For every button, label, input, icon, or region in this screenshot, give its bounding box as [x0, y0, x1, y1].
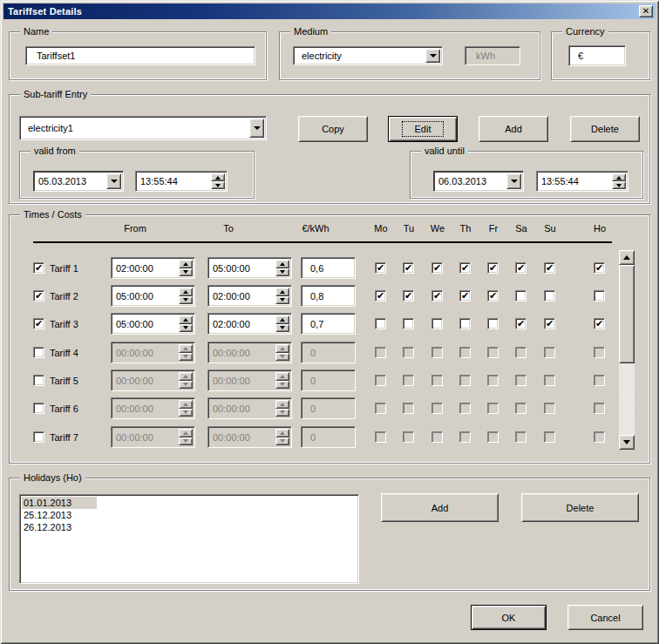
close-icon[interactable]: ✕	[639, 5, 653, 17]
add-subtariff-button[interactable]: Add	[479, 116, 548, 142]
tariff-3-day-mo-checkbox[interactable]	[375, 318, 386, 329]
tariff-6-day-fr-checkbox	[487, 403, 499, 414]
spinner-down-icon	[179, 353, 193, 362]
valid-until-date-picker[interactable]: 06.03.2013	[433, 171, 524, 192]
copy-button[interactable]: Copy	[298, 116, 368, 142]
tariff-2-to-time[interactable]: 02:00:00	[207, 285, 292, 307]
tariff-1-day-mo-checkbox[interactable]: ✔	[375, 262, 386, 274]
spinner-up-icon[interactable]	[275, 260, 289, 268]
spinner-up-icon[interactable]	[179, 315, 193, 324]
tariff-3-day-su-checkbox[interactable]: ✔	[544, 318, 555, 329]
tariff-4-day-mo-checkbox	[375, 347, 386, 358]
tariff-1-day-sa-checkbox[interactable]: ✔	[515, 262, 527, 274]
valid-until-date: 06.03.2013	[434, 176, 486, 186]
tariff-7-enable-checkbox[interactable]	[33, 431, 44, 443]
chevron-down-icon[interactable]	[425, 49, 440, 63]
times-costs-scrollbar[interactable]	[619, 250, 635, 450]
spinner-down-icon	[275, 437, 289, 446]
tariff-2-day-mo-checkbox[interactable]: ✔	[375, 290, 386, 302]
spinner-down-icon[interactable]	[612, 181, 626, 189]
valid-until-time: 13:55:44	[537, 176, 579, 186]
spinner-up-icon[interactable]	[612, 173, 626, 181]
tariff-4-cost-input: 0	[301, 342, 356, 363]
tariff-2-day-th-checkbox[interactable]: ✔	[459, 290, 471, 302]
title-bar[interactable]: Tariffset Details ✕	[3, 3, 656, 19]
tariff-5-enable-checkbox[interactable]	[33, 375, 44, 386]
spinner-down-icon[interactable]	[275, 324, 289, 333]
medium-select[interactable]: electricity	[293, 46, 443, 65]
holiday-list-item[interactable]: 01.01.2013	[22, 497, 358, 509]
tariff-2-day-fr-checkbox[interactable]: ✔	[487, 290, 499, 302]
scrollbar-thumb[interactable]	[619, 265, 635, 363]
holiday-list-item[interactable]: 26.12.2013	[22, 521, 358, 533]
delete-subtariff-button[interactable]: Delete	[570, 116, 640, 142]
tariff-1-day-ho-checkbox[interactable]: ✔	[594, 262, 605, 274]
holidays-listbox[interactable]: 01.01.201325.12.201326.12.2013	[19, 494, 359, 584]
ok-button[interactable]: OK	[471, 605, 547, 630]
tariff-3-from-time[interactable]: 05:00:00	[111, 313, 195, 335]
valid-from-time-spinner[interactable]: 13:55:44	[135, 171, 228, 192]
tariff-2-day-ho-checkbox[interactable]	[594, 290, 605, 302]
name-value: Tariffset1	[26, 51, 75, 61]
spinner-up-icon[interactable]	[179, 288, 193, 296]
spinner-down-icon[interactable]	[275, 296, 289, 305]
scrollbar-down-icon[interactable]	[619, 435, 635, 450]
tariff-3-day-ho-checkbox[interactable]: ✔	[594, 318, 605, 329]
tariff-2-day-we-checkbox[interactable]: ✔	[431, 290, 443, 302]
tariff-4-enable-checkbox[interactable]	[33, 347, 44, 358]
delete-holiday-button[interactable]: Delete	[521, 493, 639, 522]
spinner-up-icon[interactable]	[211, 173, 225, 181]
tariff-2-day-tu-checkbox[interactable]: ✔	[403, 290, 414, 302]
tariff-1-day-su-checkbox[interactable]: ✔	[544, 262, 555, 274]
name-input[interactable]: Tariffset1	[25, 46, 255, 65]
tariff-1-day-th-checkbox[interactable]: ✔	[459, 262, 471, 274]
valid-until-time-spinner[interactable]: 13:55:44	[536, 171, 628, 192]
spinner-up-icon	[275, 344, 289, 353]
scrollbar-up-icon[interactable]	[619, 250, 635, 265]
add-holiday-button[interactable]: Add	[381, 493, 499, 522]
chevron-down-icon[interactable]	[106, 173, 121, 189]
spinner-up-icon[interactable]	[275, 288, 289, 296]
spinner-up-icon[interactable]	[179, 260, 193, 268]
currency-input[interactable]: €	[568, 45, 626, 66]
tariff-4-from-time: 00:00:00	[111, 342, 195, 363]
tariff-1-to-time[interactable]: 05:00:00	[207, 257, 292, 279]
tariff-2-day-su-checkbox[interactable]	[544, 290, 555, 302]
spinner-down-icon[interactable]	[179, 268, 193, 277]
tariff-3-day-fr-checkbox[interactable]	[487, 318, 499, 329]
spinner-up-icon[interactable]	[275, 315, 289, 324]
tariff-3-cost-input[interactable]: 0,7	[301, 313, 356, 335]
valid-from-date-picker[interactable]: 05.03.2013	[33, 171, 124, 192]
spinner-down-icon[interactable]	[211, 181, 225, 189]
tariff-2-cost-input[interactable]: 0,8	[301, 285, 356, 307]
chevron-down-icon[interactable]	[249, 119, 264, 138]
tariff-1-enable-checkbox[interactable]: ✔	[33, 262, 44, 274]
spinner-down-icon[interactable]	[179, 296, 193, 305]
tariff-3-to-time[interactable]: 02:00:00	[207, 313, 292, 335]
tariff-6-label: Tariff 6	[50, 403, 78, 414]
tariff-1-day-we-checkbox[interactable]: ✔	[431, 262, 443, 274]
tariff-3-day-tu-checkbox[interactable]	[403, 318, 414, 329]
tariff-3-day-we-checkbox[interactable]	[431, 318, 443, 329]
tariff-1-day-fr-checkbox[interactable]: ✔	[487, 262, 499, 274]
tariff-1-day-tu-checkbox[interactable]: ✔	[403, 262, 414, 274]
spinner-down-icon[interactable]	[179, 324, 193, 333]
spinner-down-icon[interactable]	[275, 268, 289, 277]
tariff-3-day-sa-checkbox[interactable]: ✔	[515, 318, 527, 329]
tariff-1-cost-input[interactable]: 0,6	[301, 257, 356, 279]
tariff-2-day-sa-checkbox[interactable]	[515, 290, 527, 302]
holiday-date: 26.12.2013	[22, 521, 73, 533]
edit-button[interactable]: Edit	[388, 116, 458, 142]
tariff-1-from-time[interactable]: 02:00:00	[111, 257, 195, 279]
tariff-6-enable-checkbox[interactable]	[33, 403, 44, 414]
holiday-date: 25.12.2013	[22, 509, 73, 521]
cancel-button[interactable]: Cancel	[567, 605, 643, 630]
tariff-3-enable-checkbox[interactable]: ✔	[33, 318, 44, 329]
tariff-2-enable-checkbox[interactable]: ✔	[33, 290, 44, 302]
tariff-3-day-th-checkbox[interactable]	[459, 318, 471, 329]
tariff-7-day-mo-checkbox	[375, 431, 386, 443]
tariff-2-from-time[interactable]: 05:00:00	[111, 285, 195, 307]
holiday-list-item[interactable]: 25.12.2013	[22, 509, 358, 521]
subtariff-select[interactable]: electricity1	[19, 116, 267, 140]
chevron-down-icon[interactable]	[506, 173, 521, 189]
